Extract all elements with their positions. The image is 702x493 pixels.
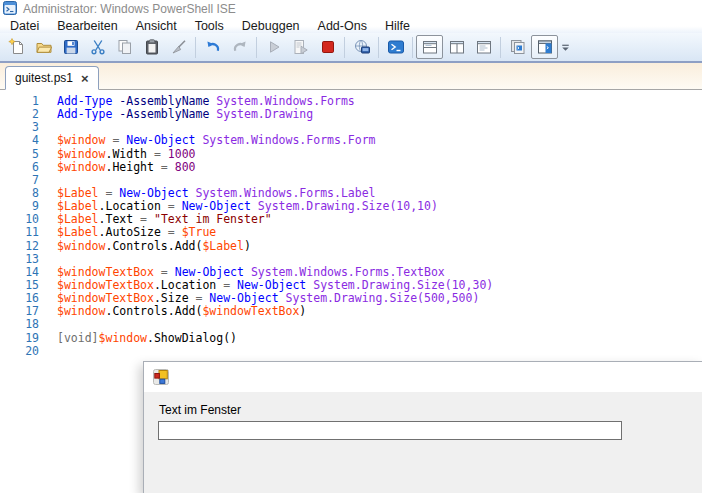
overflow-chevron-icon	[559, 38, 572, 56]
show-script-pane-right-button[interactable]	[443, 35, 470, 59]
menu-item-debuggen[interactable]: Debuggen	[233, 19, 309, 33]
show-script-pane-maximized-button[interactable]	[470, 35, 497, 59]
toolbar-overflow-button[interactable]	[558, 35, 573, 59]
start-powershell-button[interactable]	[382, 35, 409, 59]
cut-scissors-icon	[89, 38, 107, 56]
tab-close-icon[interactable]: ×	[81, 72, 89, 85]
script-pane-maximized-icon	[475, 38, 493, 56]
copy-icon	[116, 38, 134, 56]
form-preview-label: Text im Fenster	[159, 403, 241, 417]
show-script-pane-top-button[interactable]	[416, 35, 443, 59]
code-line: 2Add-Type -AssemblyName System.Drawing	[0, 108, 702, 121]
open-folder-icon	[35, 38, 53, 56]
menu-item-datei[interactable]: Datei	[1, 19, 48, 33]
line-number: 14	[0, 266, 39, 279]
remote-session-globe-icon	[353, 38, 371, 56]
line-number: 6	[0, 161, 39, 174]
window-title: Administrator: Windows PowerShell ISE	[23, 2, 236, 16]
winforms-default-icon	[153, 369, 169, 385]
new-powershell-tab-button[interactable]	[504, 35, 531, 59]
run-selection-icon	[292, 38, 310, 56]
powershell-console-icon	[387, 38, 405, 56]
code-line: 19[void]$window.ShowDialog()	[0, 332, 702, 345]
toolbar-separator	[500, 37, 501, 58]
new-powershell-tab-icon	[509, 38, 527, 56]
line-number: 4	[0, 134, 39, 147]
redo-arrow-icon	[231, 38, 249, 56]
toolbar-separator	[378, 37, 379, 58]
cut-button[interactable]	[84, 35, 111, 59]
form-preview-titlebar[interactable]	[144, 362, 702, 392]
form-preview-client-area: Text im Fenster	[144, 392, 702, 493]
line-number: 19	[0, 332, 39, 345]
powershell-ise-app-icon	[3, 1, 17, 15]
tab-label: guitest.ps1	[15, 71, 73, 85]
code-line: 6$window.Height = 800	[0, 161, 702, 174]
toolbar-separator	[256, 37, 257, 58]
line-number: 18	[0, 318, 39, 331]
command-addon-pane-icon	[536, 38, 554, 56]
menu-item-add-ons[interactable]: Add-Ons	[309, 19, 376, 33]
script-pane-top-icon	[421, 38, 439, 56]
new-script-button[interactable]	[3, 35, 30, 59]
undo-arrow-icon	[204, 38, 222, 56]
show-command-addon-button[interactable]	[531, 35, 558, 59]
menu-item-tools[interactable]: Tools	[186, 19, 233, 33]
form-preview-textbox[interactable]	[158, 421, 622, 440]
stop-operation-button[interactable]	[314, 35, 341, 59]
run-play-icon	[265, 38, 283, 56]
run-selection-button[interactable]	[287, 35, 314, 59]
title-bar[interactable]: Administrator: Windows PowerShell ISE	[0, 0, 702, 18]
save-icon	[62, 38, 80, 56]
form-preview-window: Text im Fenster	[143, 361, 702, 493]
menu-item-ansicht[interactable]: Ansicht	[127, 19, 186, 33]
broom-icon	[170, 38, 188, 56]
tab-guitest-ps1[interactable]: guitest.ps1 ×	[5, 66, 99, 90]
menu-item-bearbeiten[interactable]: Bearbeiten	[48, 19, 126, 33]
menu-item-hilfe[interactable]: Hilfe	[376, 19, 419, 33]
run-script-button[interactable]	[260, 35, 287, 59]
line-number: 11	[0, 226, 39, 239]
save-button[interactable]	[57, 35, 84, 59]
line-number: 12	[0, 240, 39, 253]
toolbar-separator	[344, 37, 345, 58]
code-line: 12$window.Controls.Add($Label)	[0, 240, 702, 253]
menu-bar: DateiBearbeitenAnsichtToolsDebuggenAdd-O…	[0, 18, 702, 33]
stop-square-icon	[319, 38, 337, 56]
new-remote-powershell-tab-button[interactable]	[348, 35, 375, 59]
line-number: 5	[0, 148, 39, 161]
undo-button[interactable]	[199, 35, 226, 59]
new-script-icon	[8, 38, 26, 56]
toolbar	[0, 33, 702, 61]
powershell-ise-window: Administrator: Windows PowerShell ISE Da…	[0, 0, 702, 493]
code-line: 17$window.Controls.Add($windowTextBox)	[0, 305, 702, 318]
script-pane-right-icon	[448, 38, 466, 56]
paste-clipboard-icon	[143, 38, 161, 56]
open-script-button[interactable]	[30, 35, 57, 59]
tab-strip: guitest.ps1 ×	[0, 61, 702, 90]
toolbar-separator	[412, 37, 413, 58]
line-number: 20	[0, 345, 39, 358]
toolbar-separator	[195, 37, 196, 58]
redo-button[interactable]	[226, 35, 253, 59]
clear-console-pane-button[interactable]	[165, 35, 192, 59]
copy-button[interactable]	[111, 35, 138, 59]
paste-button[interactable]	[138, 35, 165, 59]
code-line: 20	[0, 345, 702, 358]
line-number: 13	[0, 253, 39, 266]
